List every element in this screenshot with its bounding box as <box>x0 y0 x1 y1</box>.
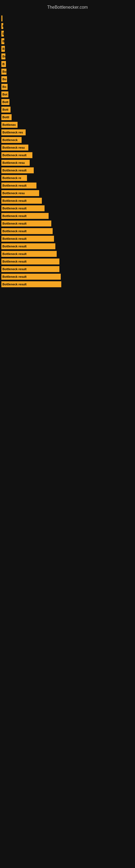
bar-label-text: Bottleneck result <box>1 184 28 187</box>
bar-row: Bo <box>0 69 135 74</box>
bar-label-text: E <box>1 32 4 35</box>
bar: Bottleneck result <box>1 213 49 219</box>
bar-label-text: Bottleneck result <box>1 252 28 255</box>
bar: Bo <box>1 54 5 59</box>
bar-row: Bottleneck resu <box>0 145 135 151</box>
bar-label-text: Bottleneck result <box>1 275 28 278</box>
bar-row: Bottleneck result <box>0 236 135 242</box>
bar: F <box>1 23 3 29</box>
bar: Bottleneck result <box>1 198 42 204</box>
bar-label-text: Bottleneck result <box>1 283 28 286</box>
bar: Bottleneck result <box>1 183 37 188</box>
bar: Bottleneck result <box>1 243 55 249</box>
bar-label-text: Bot <box>1 93 8 96</box>
bar-label-text: Bo <box>1 85 8 88</box>
bar: Bottleneck result <box>1 251 57 257</box>
bar-row: Bottl <box>0 114 135 120</box>
bar-row: Bott <box>0 106 135 113</box>
bar-label-text: Bottl <box>1 116 10 119</box>
bar-row: Bot <box>0 91 135 97</box>
bar-label-text: Bottleneck res <box>1 131 24 134</box>
bar-row: Bottleneck result <box>0 198 135 204</box>
bar: B <box>1 61 6 67</box>
bar-row: F <box>0 23 135 29</box>
page-container: TheBottlenecker.com FEBBBoBBoBoBoBotBott… <box>0 0 135 868</box>
bars-container: FEBBBoBBoBoBoBotBottBottBottlBottlenecBo… <box>0 16 135 287</box>
bar: B <box>1 46 5 52</box>
bar-row: Bott <box>0 99 135 105</box>
bar: Bottleneck re <box>1 175 27 181</box>
bar-row: Bottlenec <box>0 122 135 128</box>
bar: Bot <box>1 91 8 97</box>
bar-label-text: Bott <box>1 100 9 104</box>
bar-label-text: Bo <box>1 78 7 81</box>
bar-row: Bottleneck result <box>0 281 135 287</box>
bar-row: Bottleneck result <box>0 251 135 257</box>
bar-label-text: Bottleneck re <box>1 176 22 180</box>
bar: Bott <box>1 99 9 105</box>
bar-row: Bottleneck resu <box>0 190 135 196</box>
site-title: TheBottlenecker.com <box>0 3 135 14</box>
bar: Bottleneck result <box>1 281 61 287</box>
bar-row: Bottleneck result <box>0 274 135 280</box>
bar-row: Bo <box>0 84 135 90</box>
bar-row: Bo <box>0 76 135 82</box>
bar: Bottleneck result <box>1 220 51 226</box>
bar-row: Bottleneck result <box>0 152 135 158</box>
bar-row: Bottleneck result <box>0 213 135 219</box>
bar-row: Bottleneck <box>0 137 135 143</box>
bar: Bott <box>1 106 10 113</box>
bar: Bottleneck result <box>1 274 61 280</box>
bar: Bottleneck result <box>1 228 53 234</box>
bar: Bottleneck resu <box>1 145 28 151</box>
bar-label-text: Bottleneck result <box>1 237 28 240</box>
bar-label-text: Bottleneck result <box>1 154 28 157</box>
bar-label-text: Bottleneck result <box>1 260 28 263</box>
bar-label-text: Bottleneck result <box>1 245 28 248</box>
bar-row: Bottleneck result <box>0 183 135 188</box>
bar-label-text: Bo <box>1 70 6 73</box>
bar-label-text: Bottleneck result <box>1 222 28 225</box>
bar-label-text: Bottleneck resu <box>1 161 26 164</box>
bar: Bottleneck result <box>1 266 59 272</box>
bar-row: Bo <box>0 54 135 59</box>
bar-row: Bottleneck result <box>0 205 135 211</box>
bar: Bo <box>1 84 8 90</box>
bar-row: E <box>0 31 135 37</box>
bar-row: B <box>0 61 135 67</box>
bar: Bottleneck result <box>1 152 32 158</box>
bar: B <box>1 38 4 44</box>
bar-row: Bottleneck result <box>0 167 135 173</box>
bar-row: B <box>0 38 135 44</box>
bar: Bottleneck <box>1 137 21 143</box>
bar-label-text: F <box>1 24 3 28</box>
bar: Bo <box>1 76 7 82</box>
bar: Bottleneck res <box>1 129 26 135</box>
bar: E <box>1 31 4 37</box>
bar-label-text: B <box>1 62 6 66</box>
bar-label-text: B <box>1 40 4 43</box>
bar: Bottleneck result <box>1 236 54 242</box>
bar-label-text: Bottleneck <box>1 138 18 142</box>
bar-label-text: Bottleneck result <box>1 199 28 203</box>
bar-label-text: Bottleneck result <box>1 207 28 210</box>
bar-label-text: Bott <box>1 108 9 111</box>
bar-row: Bottleneck result <box>0 258 135 265</box>
bar-row: Bottleneck re <box>0 175 135 181</box>
bar-label-text: Bottleneck result <box>1 268 28 271</box>
bar-row: Bottleneck result <box>0 220 135 226</box>
bar-row: Bottleneck result <box>0 266 135 272</box>
bar: Bottlenec <box>1 122 17 128</box>
bar-row: Bottleneck resu <box>0 160 135 166</box>
bar: Bottleneck result <box>1 167 34 173</box>
bar-label-text: Bottleneck resu <box>1 146 26 149</box>
bar-label-text: B <box>1 47 5 51</box>
bar-row: B <box>0 46 135 52</box>
bar: Bottleneck resu <box>1 160 30 166</box>
bar: Bottl <box>1 114 12 120</box>
bar: Bottleneck resu <box>1 190 39 196</box>
bar: Bottleneck result <box>1 258 59 265</box>
bar: Bo <box>1 69 6 74</box>
bar <box>1 16 2 22</box>
bar-row: Bottleneck result <box>0 228 135 234</box>
